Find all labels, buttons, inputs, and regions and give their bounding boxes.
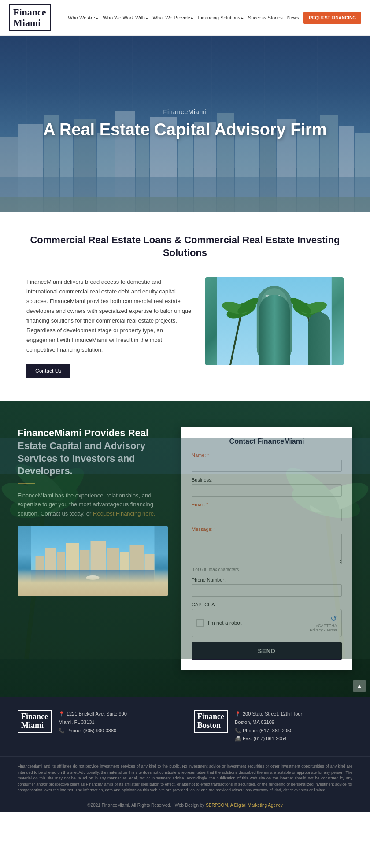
- captcha-label: CAPTCHA: [192, 602, 342, 607]
- recaptcha-label: reCAPTCHA: [310, 623, 337, 628]
- footer-boston-fax: 📠Fax: (617) 861-2054: [235, 734, 302, 743]
- building-image: [205, 277, 344, 365]
- location-icon-2: 📍: [235, 711, 241, 716]
- send-button[interactable]: SEND: [192, 642, 342, 660]
- captcha-text: I'm not a robot: [208, 620, 241, 626]
- footer-boston-col: Finance Boston 📍200 State Street, 12th F…: [194, 710, 352, 743]
- svg-rect-56: [91, 541, 106, 596]
- disclaimer-text: FinanceMiami and its affiliates do not p…: [18, 764, 352, 794]
- location-icon: 📍: [59, 711, 65, 716]
- svg-rect-28: [266, 300, 269, 302]
- svg-rect-63: [31, 583, 155, 596]
- svg-rect-25: [266, 295, 269, 297]
- captcha-checkbox[interactable]: [196, 619, 204, 627]
- business-field-group: Business:: [192, 477, 342, 497]
- footer-miami-street: 📍1221 Brickell Ave, Suite 900: [59, 710, 127, 718]
- building-svg: [205, 277, 344, 365]
- nav-who-we-are[interactable]: Who We Are: [68, 15, 98, 20]
- two-col-layout: FinanceMiami delivers broad access to do…: [26, 277, 344, 379]
- nav-who-we-work-with[interactable]: Who We Work With: [103, 15, 148, 20]
- footer-boston-street: 📍200 State Street, 12th Floor: [235, 710, 302, 718]
- copyright: ©2021 FinanceMiami. All Rights Reserved.: [87, 803, 171, 808]
- services-heading: FinanceMiami Provides Real Estate Capita…: [18, 427, 168, 477]
- logo[interactable]: Finance Miami: [9, 4, 51, 31]
- nav-links: Who We Are Who We Work With What We Prov…: [68, 12, 361, 24]
- business-label: Business:: [192, 477, 342, 482]
- contact-form: Contact FinanceMiami Name: * Business: E…: [181, 427, 352, 670]
- logo-text: Finance Miami: [9, 4, 51, 31]
- name-input[interactable]: [192, 460, 342, 472]
- web-design-label: Web Design by: [175, 803, 205, 808]
- hero-title: A Real Estate Capital Advisory Firm: [43, 120, 326, 140]
- form-title: Contact FinanceMiami: [192, 438, 342, 445]
- phone-field-group: Phone Number:: [192, 577, 342, 597]
- svg-rect-52: [45, 548, 56, 596]
- request-financing-button[interactable]: REQUEST FINANCING: [303, 12, 361, 24]
- message-field-group: Message: * 0 of 600 max characters: [192, 527, 342, 572]
- nav-what-we-provide[interactable]: What We Provide: [153, 15, 194, 20]
- miami-skyline-svg: [18, 526, 168, 596]
- email-input[interactable]: [192, 509, 342, 521]
- hero-section: FinanceMiami A Real Estate Capital Advis…: [0, 36, 370, 212]
- svg-rect-23: [257, 286, 292, 365]
- footer: Finance Miami 📍1221 Brickell Ave, Suite …: [0, 697, 370, 756]
- phone-icon-2: 📞: [235, 728, 241, 733]
- footer-divider: |: [172, 803, 174, 808]
- svg-rect-30: [276, 300, 280, 302]
- message-label: Message: *: [192, 527, 342, 532]
- captcha-left: I'm not a robot: [196, 619, 241, 627]
- text-column: FinanceMiami delivers broad access to do…: [26, 277, 192, 379]
- captcha-group: CAPTCHA I'm not a robot ↺ reCAPTCHA Priv…: [192, 602, 342, 637]
- svg-rect-53: [57, 552, 65, 596]
- section-services: FinanceMiami Provides Real Estate Capita…: [0, 401, 370, 697]
- message-textarea[interactable]: [192, 534, 342, 564]
- hero-subtitle: FinanceMiami: [43, 108, 326, 115]
- captcha-box: I'm not a robot ↺ reCAPTCHA Privacy - Te…: [192, 609, 342, 637]
- svg-rect-58: [120, 552, 129, 596]
- nav-news[interactable]: News: [287, 15, 300, 20]
- phone-input[interactable]: [192, 584, 342, 597]
- email-label: Email: *: [192, 502, 342, 507]
- section-heading: Commercial Real Estate Loans & Commercia…: [26, 234, 344, 259]
- svg-rect-60: [145, 554, 155, 596]
- phone-icon: 📞: [59, 728, 65, 733]
- name-field-group: Name: *: [192, 453, 342, 472]
- navbar: Finance Miami Who We Are Who We Work Wit…: [0, 0, 370, 36]
- agency-link[interactable]: SERPCOM, A Digital Marketing Agency: [206, 803, 283, 808]
- footer-miami-logo: Finance Miami: [18, 710, 52, 733]
- svg-rect-24: [261, 288, 288, 365]
- footer-boston-city: Boston, MA 02109: [235, 718, 302, 727]
- services-body: FinanceMiami has the experience, relatio…: [18, 491, 168, 519]
- request-financing-link[interactable]: Request Financing here.: [93, 510, 155, 517]
- hero-text: FinanceMiami A Real Estate Capital Advis…: [43, 108, 326, 140]
- disclaimer-section: FinanceMiami and its affiliates do not p…: [0, 756, 370, 798]
- svg-rect-59: [130, 545, 144, 596]
- business-input[interactable]: [192, 484, 342, 497]
- miami-image: [18, 526, 168, 596]
- recaptcha-privacy: Privacy - Terms: [310, 628, 337, 632]
- gold-divider: [18, 483, 35, 484]
- fax-icon: 📠: [235, 736, 241, 741]
- nav-financing-solutions[interactable]: Financing Solutions: [198, 15, 244, 20]
- footer-boston-phone: 📞Phone: (617) 861-2050: [235, 727, 302, 735]
- contact-us-button[interactable]: Contact Us: [26, 364, 70, 378]
- svg-line-35: [307, 312, 318, 365]
- footer-bottom: ©2021 FinanceMiami. All Rights Reserved.…: [0, 798, 370, 812]
- svg-rect-55: [80, 550, 90, 596]
- nav-success-stories[interactable]: Success Stories: [248, 15, 283, 20]
- svg-rect-26: [271, 295, 274, 297]
- svg-rect-54: [66, 543, 79, 596]
- footer-miami-address: 📍1221 Brickell Ave, Suite 900 Miami, FL …: [59, 710, 127, 734]
- footer-boston-logo: Finance Boston: [194, 710, 228, 733]
- footer-boston-address: 📍200 State Street, 12th Floor Boston, MA…: [235, 710, 302, 743]
- name-required: *: [206, 453, 209, 458]
- svg-rect-29: [271, 300, 274, 302]
- email-field-group: Email: *: [192, 502, 342, 521]
- scroll-to-top-button[interactable]: ▲: [353, 680, 366, 692]
- image-column: [205, 277, 344, 365]
- recaptcha-icon: ↺: [310, 614, 337, 623]
- svg-rect-57: [107, 548, 119, 596]
- section-about: Commercial Real Estate Loans & Commercia…: [0, 212, 370, 401]
- svg-rect-27: [276, 295, 280, 297]
- logo-line1: Finance: [13, 7, 46, 18]
